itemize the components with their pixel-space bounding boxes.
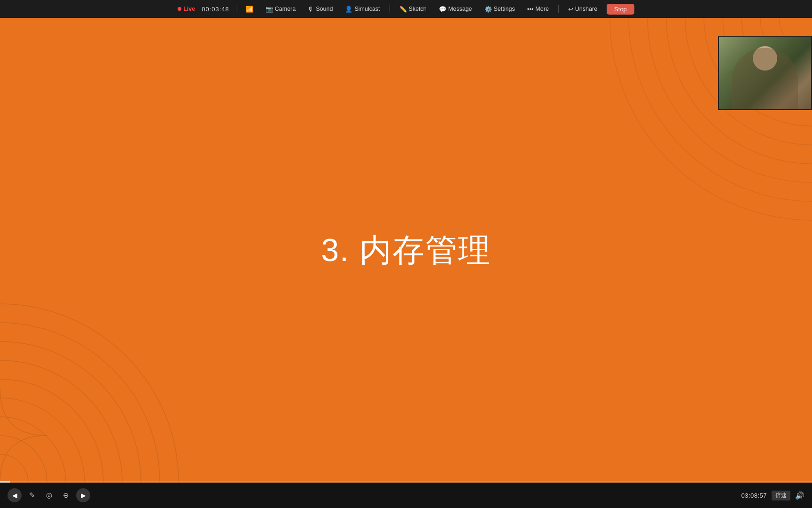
stop-button[interactable]: Stop — [607, 4, 634, 15]
webcam-overlay — [718, 36, 812, 110]
svg-point-2 — [0, 417, 66, 483]
person-body — [732, 48, 798, 109]
next-slide-button[interactable]: ▶ — [76, 488, 90, 502]
bottom-left-controls: ◀ ✎ ◎ ⊖ ▶ — [8, 488, 90, 502]
speed-control[interactable]: 倍速 — [772, 491, 790, 500]
svg-point-8 — [0, 304, 179, 483]
sound-button[interactable]: 🎙 Sound — [305, 4, 336, 14]
zoom-tool-button[interactable]: ⊖ — [59, 489, 72, 502]
svg-point-4 — [0, 379, 103, 483]
playback-time: 03:08:57 — [741, 492, 767, 499]
svg-point-7 — [0, 323, 160, 483]
toolbar: Live 00:03:48 📶 📷 Camera 🎙 Sound 👤 Simul… — [0, 0, 812, 18]
wifi-icon: 📶 — [243, 4, 256, 14]
slide-title: 3. 内存管理 — [321, 229, 491, 272]
prev-slide-button[interactable]: ◀ — [8, 488, 22, 502]
settings-button[interactable]: ⚙️ Settings — [482, 4, 518, 14]
svg-point-6 — [0, 341, 141, 483]
divider-2 — [390, 5, 390, 13]
sketch-button[interactable]: ✏️ Sketch — [397, 4, 429, 14]
eraser-tool-button[interactable]: ◎ — [42, 489, 55, 502]
live-badge: Live — [178, 6, 195, 12]
camera-button[interactable]: 📷 Camera — [263, 4, 298, 14]
svg-point-3 — [0, 398, 85, 483]
webcam-feed — [719, 37, 811, 109]
pen-tool-button[interactable]: ✎ — [25, 489, 39, 502]
simulcast-button[interactable]: 👤 Simulcast — [342, 4, 383, 14]
divider-1 — [236, 5, 236, 13]
live-label: Live — [183, 6, 195, 12]
more-button[interactable]: ••• More — [524, 4, 552, 14]
svg-point-5 — [0, 360, 122, 483]
divider-3 — [558, 5, 559, 13]
bottom-right-controls: 03:08:57 倍速 🔊 — [741, 491, 804, 500]
svg-point-0 — [0, 454, 28, 483]
arc-pattern-bottom-left — [0, 294, 188, 483]
slide-area: 3. 内存管理 — [0, 18, 812, 483]
timer-display: 00:03:48 — [202, 6, 229, 13]
volume-icon[interactable]: 🔊 — [795, 491, 804, 500]
live-dot — [178, 7, 181, 11]
unshare-button[interactable]: ↩ Unshare — [565, 4, 600, 14]
svg-point-1 — [0, 436, 47, 483]
message-button[interactable]: 💬 Message — [436, 4, 475, 14]
bottom-bar: ◀ ✎ ◎ ⊖ ▶ 03:08:57 倍速 🔊 — [0, 483, 812, 508]
